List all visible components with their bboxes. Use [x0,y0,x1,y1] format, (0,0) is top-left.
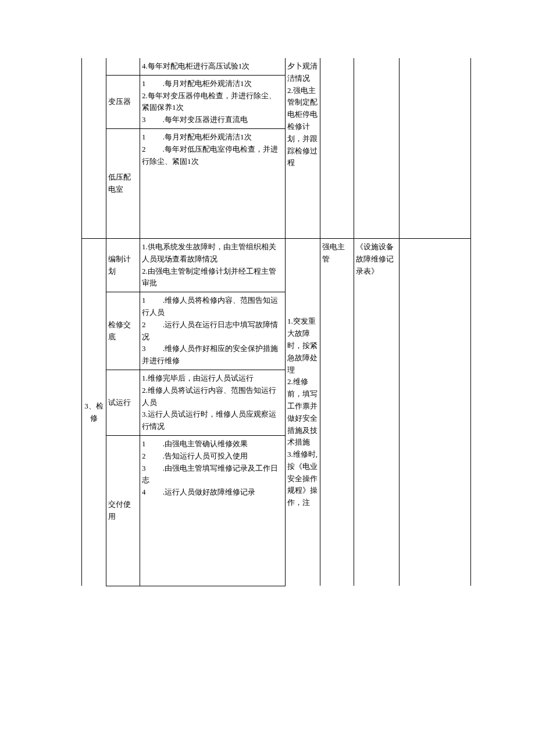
page: 4.每年对配电柜进行高压试验1次 夕卜观清洁情况 2.强电主管制定配电柜停电检修… [0,0,535,756]
main-table: 4.每年对配电柜进行高压试验1次 夕卜观清洁情况 2.强电主管制定配电柜停电检修… [81,58,471,586]
procedure-cell: 1 .维修人员将检修内容、范围告知运行人员 2 .运行人员在运行日志中填写故障情… [140,292,286,370]
section-label: 3、检修 [82,238,106,586]
subitem-label: 检修交底 [106,292,140,370]
form-cell: 《设施设备故障维修记录表》 [354,238,400,586]
procedure-cell: 1.维修完毕后，由运行人员试运行 2.维修人员将试运行内容、范围告知运行人员 3… [140,370,286,435]
subitem-label: 交付使用 [106,435,140,586]
subitem-label [106,58,140,75]
procedure-cell: 4.每年对配电柜进行高压试验1次 [140,58,286,75]
table-row: 3、检修 编制计划 1.供电系统发生故障时，由主管组织相关人员现场查看故障情况 … [82,238,471,292]
responsible-cell: 强电主管 [320,238,354,586]
subitem-label: 编制计划 [106,238,140,292]
empty-cell [400,58,471,238]
procedure-cell: 1 .每月对配电柜外观清洁1次 2 .每年对低压配电室停电检查，并进行除尘、紧固… [140,128,286,238]
subitem-label: 试运行 [106,370,140,435]
responsible-cell [320,58,354,238]
subitem-label: 变压器 [106,75,140,128]
form-cell [354,58,400,238]
procedure-cell: 1 .由强电主管确认维修效果 2 .告知运行人员可投入使用 3 .由强电主管填写… [140,435,286,586]
note-cell: 夕卜观清洁情况 2.强电主管制定配电柜停电检修计划，并跟踪检修过程 [286,58,320,238]
procedure-cell: 1 .每月对配电柜外观清洁1次 2.每年对变压器停电检查，并进行除尘、紧固保养1… [140,75,286,128]
procedure-cell: 1.供电系统发生故障时，由主管组织相关人员现场查看故障情况 2.由强电主管制定维… [140,238,286,292]
empty-cell [400,238,471,586]
subitem-label: 低压配电室 [106,128,140,238]
note-cell: 1.突发重大故障时，按紧急故障处理 2.维修前，填写工作票并做好安全措施及技术措… [286,238,320,586]
table-row: 4.每年对配电柜进行高压试验1次 夕卜观清洁情况 2.强电主管制定配电柜停电检修… [82,58,471,75]
section-label [82,58,106,238]
